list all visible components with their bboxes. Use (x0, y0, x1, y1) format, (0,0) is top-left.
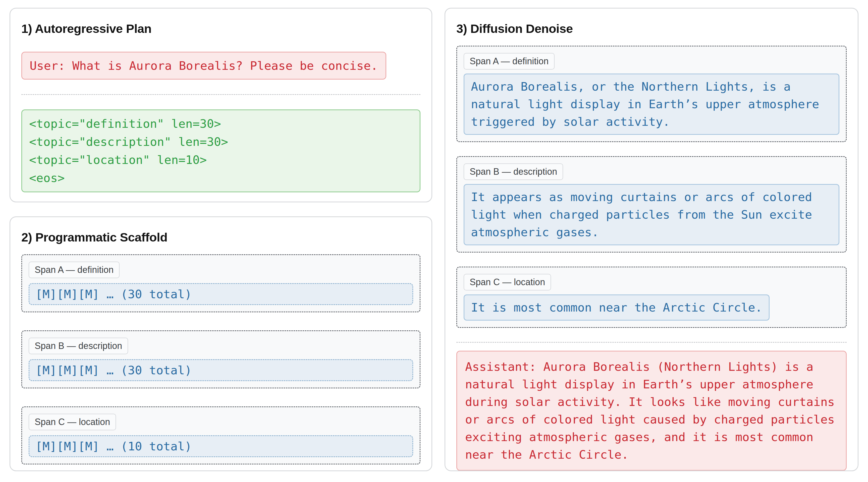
denoise-span-b-label-chip: Span B — description (464, 163, 563, 180)
panel-programmatic-scaffold: 2) Programmatic Scaffold Span A — defini… (9, 216, 432, 471)
denoise-span-c-text-box: It is most common near the Arctic Circle… (464, 294, 770, 321)
scaffold-span-c-label-chip: Span C — location (29, 414, 116, 430)
denoise-span-c-container: Span C — location It is most common near… (456, 267, 847, 328)
left-column: 1) Autoregressive Plan User: What is Aur… (9, 8, 432, 471)
decoding-pipeline-diagram: 1) Autoregressive Plan User: What is Aur… (0, 0, 868, 471)
plan-tokens-box: <topic="definition" len=30> <topic="desc… (21, 109, 421, 192)
denoise-span-c-label-chip: Span C — location (464, 274, 551, 290)
denoise-span-b-text-box: It appears as moving curtains or arcs of… (464, 184, 839, 245)
scaffold-span-b-label-chip: Span B — description (29, 338, 128, 354)
scaffold-span-a-mask-box: [M][M][M] … (30 total) (29, 283, 413, 305)
plan-divider (21, 94, 421, 95)
denoise-span-a-container: Span A — definition Aurora Borealis, or … (456, 46, 847, 142)
panel-autoregressive-plan: 1) Autoregressive Plan User: What is Aur… (9, 8, 432, 202)
plan-token-description: <topic="description" len=30> (29, 133, 413, 151)
panel-title-programmatic-scaffold: 2) Programmatic Scaffold (21, 230, 421, 244)
panel-title-autoregressive-plan: 1) Autoregressive Plan (21, 22, 421, 36)
plan-token-eos: <eos> (29, 169, 413, 187)
plan-token-location: <topic="location" len=10> (29, 151, 413, 169)
scaffold-span-b-container: Span B — description [M][M][M] … (30 tot… (21, 330, 421, 388)
denoise-span-a-text-box: Aurora Borealis, or the Northern Lights,… (464, 73, 839, 135)
denoise-divider (456, 342, 847, 343)
assistant-message-box: Assistant: Aurora Borealis (Northern Lig… (456, 351, 847, 471)
user-message-box: User: What is Aurora Borealis? Please be… (21, 52, 386, 79)
denoise-span-b-container: Span B — description It appears as movin… (456, 156, 847, 253)
scaffold-span-c-mask-box: [M][M][M] … (10 total) (29, 435, 413, 457)
scaffold-span-a-label-chip: Span A — definition (29, 262, 120, 278)
plan-token-definition: <topic="definition" len=30> (29, 115, 413, 133)
scaffold-span-c-container: Span C — location [M][M][M] … (10 total) (21, 407, 421, 464)
denoise-span-a-label-chip: Span A — definition (464, 53, 555, 69)
scaffold-span-a-container: Span A — definition [M][M][M] … (30 tota… (21, 254, 421, 312)
panel-diffusion-denoise: 3) Diffusion Denoise Span A — definition… (444, 8, 859, 471)
scaffold-span-b-mask-box: [M][M][M] … (30 total) (29, 359, 413, 381)
panel-title-diffusion-denoise: 3) Diffusion Denoise (456, 22, 847, 36)
